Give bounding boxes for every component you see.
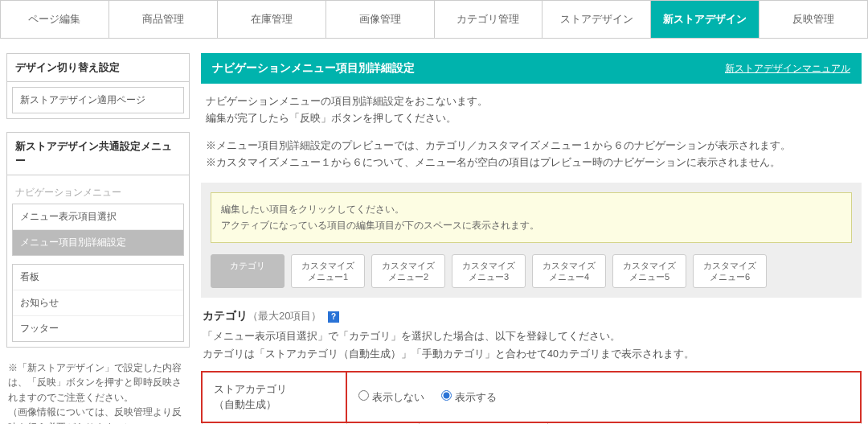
main-intro: ナビゲーションメニューの項目別詳細設定をおこないます。編集が完了したら「反映」ボ… xyxy=(201,84,862,183)
manual-link[interactable]: 新ストアデザインマニュアル xyxy=(725,62,850,76)
topnav-item[interactable]: ストアデザイン xyxy=(542,0,651,38)
topnav-item[interactable]: 反映管理 xyxy=(760,0,868,38)
radio-hide[interactable]: 表示しない xyxy=(358,392,424,403)
category-tabset: カテゴリカスタマイズメニュー1カスタマイズメニュー2カスタマイズメニュー3カスタ… xyxy=(211,254,852,289)
radio-show-input[interactable] xyxy=(441,390,452,401)
sidebar-heading: デザイン切り替え設定 xyxy=(7,54,189,82)
edit-tab[interactable]: カスタマイズメニュー2 xyxy=(371,254,445,289)
topnav-item[interactable]: カテゴリ管理 xyxy=(435,0,543,38)
field-label-store-category: ストアカテゴリ（自動生成） xyxy=(202,372,346,423)
category-form-table: ストアカテゴリ（自動生成） 表示しない 表示する 手動カテゴリ1 画像 取り消し xyxy=(201,371,862,424)
radio-show[interactable]: 表示する xyxy=(441,392,497,403)
edit-tab[interactable]: カテゴリ xyxy=(211,254,285,289)
sidebar-item-nav[interactable]: メニュー項目別詳細設定 xyxy=(13,230,183,255)
radio-hide-input[interactable] xyxy=(358,390,369,401)
edit-instruction-box: 編集したい項目をクリックしてください。アクティブになっている項目の編集項目が下の… xyxy=(211,192,852,243)
page-title: ナビゲーションメニュー項目別詳細設定 xyxy=(212,61,415,76)
sidebar-item-applied-page[interactable]: 新ストアデザイン適用ページ xyxy=(13,88,183,113)
store-category-row: ストアカテゴリ（自動生成） 表示しない 表示する xyxy=(202,372,861,423)
main-header: ナビゲーションメニュー項目別詳細設定 新ストアデザインマニュアル xyxy=(201,53,862,84)
sidebar-section-common-settings: 新ストアデザイン共通設定メニュー ナビゲーションメニュー メニュー表示項目選択メ… xyxy=(6,132,190,348)
sidebar-note: ※「新ストアデザイン」で設定した内容は、「反映」ボタンを押すと即時反映されますの… xyxy=(6,360,190,424)
edit-tab[interactable]: カスタマイズメニュー3 xyxy=(452,254,526,289)
edit-tab[interactable]: カスタマイズメニュー6 xyxy=(693,254,767,289)
sidebar-heading: 新ストアデザイン共通設定メニュー xyxy=(7,133,189,175)
topnav-item[interactable]: 新ストアデザイン xyxy=(651,0,760,38)
category-section-desc: 「メニュー表示項目選択」で「カテゴリ」を選択した場合は、以下を登録してください。… xyxy=(201,328,862,371)
top-nav: ページ編集商品管理在庫管理画像管理カテゴリ管理ストアデザイン新ストアデザイン反映… xyxy=(0,0,868,39)
main-content: ナビゲーションメニュー項目別詳細設定 新ストアデザインマニュアル ナビゲーション… xyxy=(201,53,862,424)
sidebar-item-other[interactable]: 看板 xyxy=(13,265,183,290)
help-icon[interactable]: ? xyxy=(328,311,339,323)
edit-tab[interactable]: カスタマイズメニュー1 xyxy=(291,254,365,289)
edit-tab[interactable]: カスタマイズメニュー4 xyxy=(532,254,606,289)
sidebar-item-nav[interactable]: メニュー表示項目選択 xyxy=(13,204,183,230)
topnav-item[interactable]: 画像管理 xyxy=(326,0,435,38)
edit-tab[interactable]: カスタマイズメニュー5 xyxy=(612,254,686,289)
store-category-radio-cell: 表示しない 表示する xyxy=(346,372,861,423)
topnav-item[interactable]: ページ編集 xyxy=(0,0,109,38)
sidebar-item-other[interactable]: お知らせ xyxy=(13,290,183,316)
sidebar-sublabel-nav: ナビゲーションメニュー xyxy=(12,180,184,204)
topnav-item[interactable]: 商品管理 xyxy=(109,0,218,38)
sidebar: デザイン切り替え設定 新ストアデザイン適用ページ 新ストアデザイン共通設定メニュ… xyxy=(6,53,190,424)
sidebar-section-design-switch: デザイン切り替え設定 新ストアデザイン適用ページ xyxy=(6,53,190,119)
edit-pane: 編集したい項目をクリックしてください。アクティブになっている項目の編集項目が下の… xyxy=(201,183,862,298)
category-section-title: カテゴリ（最大20項目） ? xyxy=(201,298,862,328)
topnav-item[interactable]: 在庫管理 xyxy=(218,0,326,38)
sidebar-item-other[interactable]: フッター xyxy=(13,316,183,341)
